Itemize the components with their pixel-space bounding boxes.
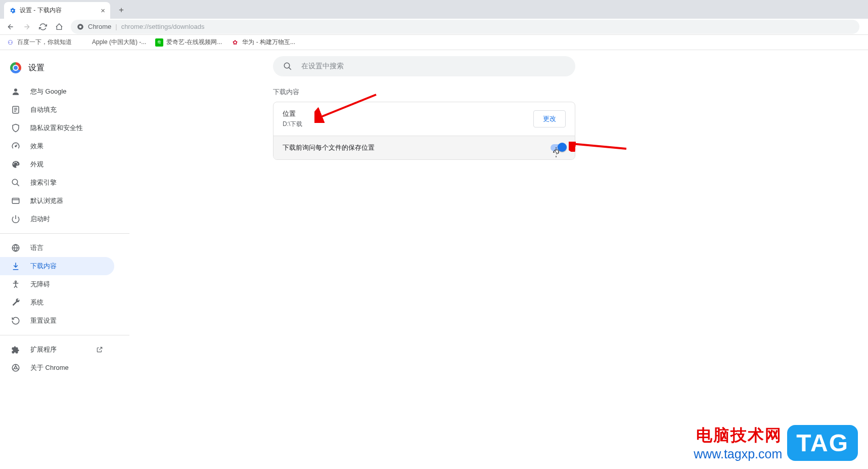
shield-icon [11, 123, 20, 133]
sidebar-item-languages[interactable]: 语言 [0, 239, 114, 257]
watermark-title: 电脑技术网 [694, 424, 782, 447]
search-icon [11, 178, 20, 187]
external-link-icon [96, 346, 103, 353]
search-icon [283, 62, 292, 71]
tab-bar: 设置 - 下载内容 × + [0, 0, 868, 19]
url-site: Chrome [88, 23, 111, 30]
sidebar-item-label: 无障碍 [30, 280, 50, 289]
sidebar-item-reset[interactable]: 重置设置 [0, 312, 114, 330]
chrome-icon [77, 23, 84, 30]
sidebar-item-extensions[interactable]: 扩展程序 [0, 340, 114, 359]
sidebar-item-startup[interactable]: 启动时 [0, 210, 114, 228]
change-location-button[interactable]: 更改 [533, 110, 566, 127]
bookmark-label: 百度一下，你就知道 [17, 38, 72, 47]
sidebar-item-appearance[interactable]: 外观 [0, 155, 114, 174]
toolbar: Chrome | chrome://settings/downloads [0, 19, 868, 35]
sidebar-item-downloads[interactable]: 下载内容 [0, 257, 114, 275]
annotation-arrow-2 [569, 142, 629, 152]
sidebar-header: 设置 [0, 60, 129, 82]
sidebar-item-label: 语言 [30, 243, 43, 252]
speedometer-icon [11, 142, 20, 151]
close-tab-icon[interactable]: × [101, 6, 105, 15]
svg-point-1 [79, 25, 82, 28]
svg-line-12 [318, 95, 376, 118]
gear-icon [9, 7, 16, 14]
tab-title: 设置 - 下载内容 [20, 6, 62, 15]
sidebar-item-label: 重置设置 [30, 316, 57, 325]
power-icon [11, 215, 20, 224]
sidebar-item-label: 系统 [30, 298, 43, 307]
svg-point-5 [12, 179, 18, 185]
sidebar-item-label: 关于 Chrome [30, 363, 69, 372]
svg-point-8 [15, 281, 17, 282]
bookmark-huawei[interactable]: ✿ 华为 - 构建万物互... [231, 38, 295, 47]
huawei-icon: ✿ [231, 38, 239, 47]
cursor-icon [553, 147, 561, 157]
bookmark-label: 华为 - 构建万物互... [242, 38, 295, 47]
bookmark-label: 爱奇艺-在线视频网... [166, 38, 222, 47]
sidebar-item-search[interactable]: 搜索引擎 [0, 174, 114, 192]
sidebar-item-label: 搜索引擎 [30, 178, 57, 187]
bookmark-apple[interactable]: Apple (中国大陆) -... [81, 38, 146, 47]
back-button[interactable] [4, 20, 17, 33]
chrome-logo-icon [10, 62, 21, 73]
sidebar-item-label: 默认浏览器 [30, 196, 63, 205]
sidebar-item-you-and-google[interactable]: 您与 Google [0, 82, 114, 101]
sidebar-item-system[interactable]: 系统 [0, 293, 114, 312]
sidebar-item-label: 扩展程序 [30, 345, 57, 354]
sidebar-item-default-browser[interactable]: 默认浏览器 [0, 192, 114, 210]
sidebar-item-label: 启动时 [30, 215, 50, 224]
svg-point-10 [15, 367, 17, 369]
sidebar-item-autofill[interactable]: 自动填充 [0, 101, 114, 119]
sidebar-item-performance[interactable]: 效果 [0, 137, 114, 155]
home-button[interactable] [53, 20, 66, 33]
watermark-tag: TAG [787, 425, 858, 461]
settings-search[interactable]: 在设置中搜索 [273, 56, 575, 76]
url-bar[interactable]: Chrome | chrome://settings/downloads [71, 20, 859, 34]
apple-icon [81, 38, 89, 47]
sidebar-item-label: 外观 [30, 160, 43, 169]
location-label: 位置 [283, 109, 302, 118]
browser-tab[interactable]: 设置 - 下载内容 × [4, 2, 110, 19]
divider [0, 335, 129, 335]
sidebar-title: 设置 [28, 63, 44, 73]
bookmark-iqiyi[interactable]: 奇 爱奇艺-在线视频网... [155, 38, 222, 47]
sidebar-item-about[interactable]: 关于 Chrome [0, 359, 114, 377]
watermark-url: www.tagxp.com [694, 447, 782, 461]
svg-point-4 [15, 146, 16, 147]
person-icon [11, 87, 20, 96]
sidebar-item-label: 自动填充 [30, 105, 57, 114]
sidebar-item-accessibility[interactable]: 无障碍 [0, 275, 114, 293]
iqiyi-icon: 奇 [155, 38, 163, 47]
svg-rect-6 [12, 198, 19, 204]
bookmark-label: Apple (中国大陆) -... [92, 38, 146, 47]
sidebar-item-label: 您与 Google [30, 87, 67, 96]
sidebar-item-label: 隐私设置和安全性 [30, 123, 83, 133]
about-chrome-icon [11, 363, 20, 372]
forward-button[interactable] [20, 20, 33, 33]
bookmark-baidu[interactable]: ⚇ 百度一下，你就知道 [6, 38, 72, 47]
reload-button[interactable] [36, 20, 50, 33]
settings-sidebar: 设置 您与 Google 自动填充 隐私设置和安全性 效果 外观 搜索引擎 [0, 50, 129, 469]
sidebar-item-privacy[interactable]: 隐私设置和安全性 [0, 119, 114, 137]
location-path: D:\下载 [283, 120, 302, 129]
url-separator: | [115, 23, 117, 30]
globe-icon [11, 243, 20, 252]
svg-line-13 [572, 144, 626, 149]
baidu-icon: ⚇ [6, 38, 14, 47]
watermark: 电脑技术网 www.tagxp.com TAG [694, 424, 858, 461]
ask-before-download-row: 下载前询问每个文件的保存位置 [273, 136, 575, 159]
divider [0, 233, 129, 234]
ask-label: 下载前询问每个文件的保存位置 [283, 143, 375, 152]
autofill-icon [11, 105, 20, 114]
browser-icon [11, 196, 20, 205]
bookmark-bar: ⚇ 百度一下，你就知道 Apple (中国大陆) -... 奇 爱奇艺-在线视频… [0, 35, 868, 50]
wrench-icon [11, 298, 20, 307]
sidebar-item-label: 效果 [30, 142, 43, 151]
new-tab-button[interactable]: + [114, 3, 128, 17]
sidebar-item-label: 下载内容 [30, 262, 57, 271]
search-placeholder: 在设置中搜索 [301, 62, 344, 71]
accessibility-icon [11, 280, 20, 289]
palette-icon [11, 160, 20, 169]
annotation-arrow-1 [314, 93, 380, 123]
